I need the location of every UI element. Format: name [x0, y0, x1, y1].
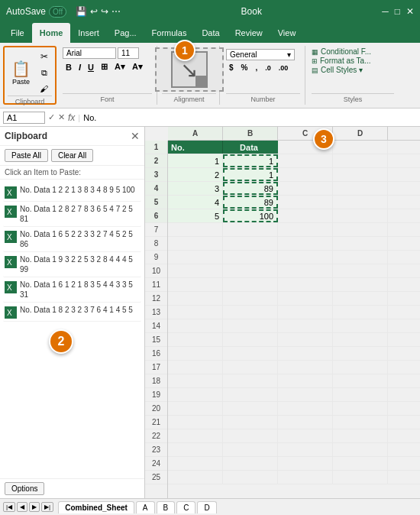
- cell-c4[interactable]: [278, 182, 333, 195]
- tab-review[interactable]: Review: [228, 23, 270, 43]
- bold-button[interactable]: B: [63, 61, 75, 73]
- cell-b4[interactable]: 89: [223, 182, 278, 195]
- format-painter-button[interactable]: 🖌: [36, 82, 52, 96]
- cell-d20[interactable]: [333, 402, 388, 415]
- cell-c8[interactable]: [278, 237, 333, 250]
- clipboard-item-1[interactable]: X No. Data 1 2 2 1 3 8 3 4 8 9 5 100: [3, 183, 141, 202]
- restore-icon[interactable]: □: [395, 6, 400, 17]
- cell-c18[interactable]: [278, 374, 333, 387]
- cell-c11[interactable]: [278, 278, 333, 291]
- options-button[interactable]: Options: [5, 482, 44, 495]
- tab-view[interactable]: View: [270, 23, 304, 43]
- cell-b24[interactable]: [223, 457, 278, 470]
- cell-b22[interactable]: [223, 429, 278, 442]
- clipboard-item-4[interactable]: X No. Data 1 9 3 2 2 5 3 2 8 4 4 4 5 99: [3, 252, 141, 277]
- sheet-nav-prev[interactable]: ◀: [17, 502, 27, 512]
- minimize-icon[interactable]: ─: [382, 6, 389, 17]
- autosave-toggle[interactable]: Off: [49, 6, 66, 18]
- cell-a4[interactable]: 3: [168, 182, 223, 195]
- cell-b23[interactable]: [223, 443, 278, 456]
- cell-a15[interactable]: [168, 333, 223, 346]
- sheet-tab-combined[interactable]: Combined_Sheet: [58, 501, 134, 513]
- clipboard-item-3[interactable]: X No. Data 1 6 5 2 2 3 3 2 7 4 5 2 5 86: [3, 227, 141, 252]
- cell-b8[interactable]: [223, 237, 278, 250]
- cell-c25[interactable]: [278, 471, 333, 484]
- sheet-tab-d[interactable]: D: [197, 501, 216, 513]
- cell-d24[interactable]: [333, 457, 388, 470]
- cell-d14[interactable]: [333, 319, 388, 332]
- col-header-b[interactable]: B: [223, 127, 278, 140]
- cell-d23[interactable]: [333, 443, 388, 456]
- cell-a22[interactable]: [168, 429, 223, 442]
- cell-a8[interactable]: [168, 237, 223, 250]
- cell-a14[interactable]: [168, 319, 223, 332]
- cell-c17[interactable]: [278, 361, 333, 374]
- conditional-formatting-button[interactable]: ▦ Conditional F...: [312, 47, 371, 56]
- cell-a23[interactable]: [168, 443, 223, 456]
- cell-d12[interactable]: [333, 292, 388, 305]
- cell-c10[interactable]: [278, 264, 333, 277]
- cell-b5[interactable]: 89: [223, 196, 278, 209]
- cell-b12[interactable]: [223, 292, 278, 305]
- cell-a13[interactable]: [168, 306, 223, 319]
- cancel-formula-icon[interactable]: ✕: [58, 112, 65, 122]
- cell-a18[interactable]: [168, 374, 223, 387]
- cell-d7[interactable]: [333, 223, 388, 236]
- cell-c6[interactable]: [278, 209, 333, 222]
- format-as-table-button[interactable]: ⊞ Format as Ta...: [312, 57, 371, 65]
- paste-button[interactable]: 📋 Paste: [8, 57, 34, 88]
- cell-c9[interactable]: [278, 251, 333, 264]
- cell-c23[interactable]: [278, 443, 333, 456]
- cell-a9[interactable]: [168, 251, 223, 264]
- customize-icon[interactable]: ⋯: [111, 6, 121, 17]
- cell-d8[interactable]: [333, 237, 388, 250]
- cell-styles-button[interactable]: ▤ Cell Styles ▾: [312, 66, 371, 74]
- tab-file[interactable]: File: [3, 23, 32, 43]
- cell-b14[interactable]: [223, 319, 278, 332]
- cell-a21[interactable]: [168, 416, 223, 429]
- cell-c21[interactable]: [278, 416, 333, 429]
- cell-c16[interactable]: [278, 347, 333, 360]
- cell-a2[interactable]: 1: [168, 154, 223, 167]
- cell-d1[interactable]: [333, 141, 388, 154]
- cell-d16[interactable]: [333, 347, 388, 360]
- cell-c13[interactable]: [278, 306, 333, 319]
- sheet-nav-next[interactable]: ▶: [29, 502, 40, 512]
- cell-c19[interactable]: [278, 388, 333, 401]
- cell-b6[interactable]: 100: [223, 209, 278, 222]
- cell-a11[interactable]: [168, 278, 223, 291]
- cell-a10[interactable]: [168, 264, 223, 277]
- sheet-tab-c[interactable]: C: [176, 501, 195, 513]
- clipboard-panel-close[interactable]: ✕: [131, 130, 140, 142]
- number-format-dropdown[interactable]: General ▾: [226, 49, 295, 60]
- cell-a12[interactable]: [168, 292, 223, 305]
- cell-a6[interactable]: 5: [168, 209, 223, 222]
- cell-b13[interactable]: [223, 306, 278, 319]
- cell-d9[interactable]: [333, 251, 388, 264]
- cell-c24[interactable]: [278, 457, 333, 470]
- cell-a25[interactable]: [168, 471, 223, 484]
- cell-b20[interactable]: [223, 402, 278, 415]
- cell-c20[interactable]: [278, 402, 333, 415]
- cell-d10[interactable]: [333, 264, 388, 277]
- cell-c3[interactable]: [278, 168, 333, 181]
- cell-b9[interactable]: [223, 251, 278, 264]
- tab-page-layout[interactable]: Pag...: [107, 23, 144, 43]
- cell-d25[interactable]: [333, 471, 388, 484]
- cell-d2[interactable]: [333, 154, 388, 167]
- cell-d13[interactable]: [333, 306, 388, 319]
- cell-b25[interactable]: [223, 471, 278, 484]
- cell-d22[interactable]: [333, 429, 388, 442]
- cell-b18[interactable]: [223, 374, 278, 387]
- cell-c5[interactable]: [278, 196, 333, 209]
- sheet-tab-a[interactable]: A: [136, 501, 155, 513]
- cell-c15[interactable]: [278, 333, 333, 346]
- sheet-nav-last[interactable]: ▶|: [41, 502, 53, 512]
- redo-icon[interactable]: ↪: [101, 6, 108, 17]
- close-icon[interactable]: ✕: [406, 6, 414, 17]
- cell-a1[interactable]: No.: [168, 141, 223, 154]
- cell-d18[interactable]: [333, 374, 388, 387]
- italic-button[interactable]: I: [76, 61, 84, 73]
- formula-input[interactable]: [83, 113, 417, 122]
- cell-b1[interactable]: Data: [223, 141, 278, 154]
